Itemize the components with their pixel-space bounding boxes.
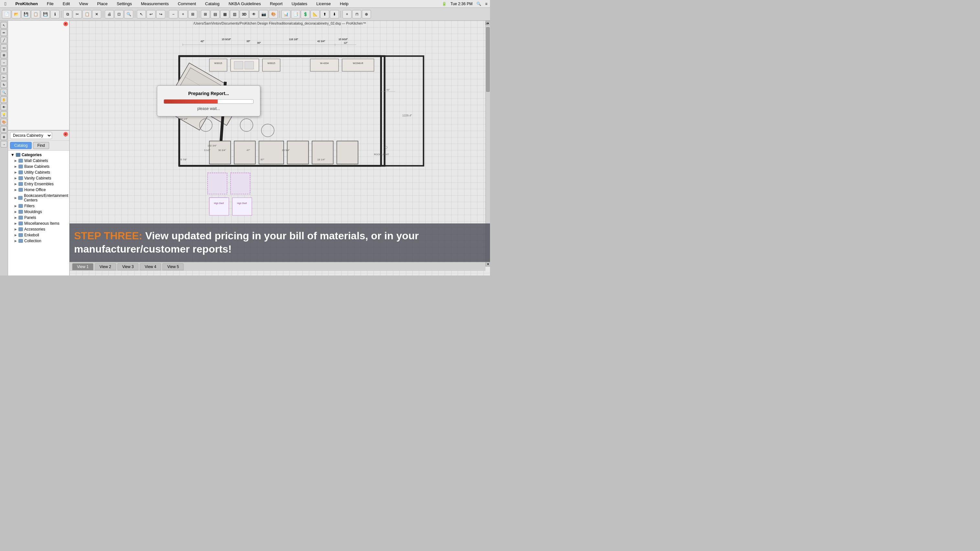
scroll-down-btn[interactable]: ▼ <box>486 262 490 267</box>
copy-btn[interactable]: ⧉ <box>63 10 72 18</box>
view-tab-3[interactable]: View 3 <box>118 263 139 270</box>
print-btn[interactable]: 🖨 <box>105 10 114 18</box>
tree-item-utility-cabinets[interactable]: ▶ Utility Cabinets <box>10 170 68 175</box>
zoom-fit-btn[interactable]: ⊡ <box>115 10 124 18</box>
categories-label: Categories <box>22 152 42 157</box>
tree-item-fillers[interactable]: ▶ Fillers <box>10 203 68 209</box>
spec-btn[interactable]: 📊 <box>282 10 290 18</box>
file-menu[interactable]: File <box>45 1 56 7</box>
import-btn[interactable]: ⬇ <box>330 10 339 18</box>
tree-item-vanity-cabinets[interactable]: ▶ Vanity Cabinets <box>10 175 68 181</box>
render-btn[interactable]: 🎨 <box>269 10 278 18</box>
report-menu[interactable]: Report <box>268 1 285 7</box>
view-tab-2[interactable]: View 2 <box>95 263 116 270</box>
edit-menu[interactable]: Edit <box>61 1 72 7</box>
zoom-out-btn[interactable]: − <box>169 10 178 18</box>
find-tab[interactable]: Find <box>33 142 49 149</box>
help-menu[interactable]: Help <box>338 1 351 7</box>
tool-snap[interactable]: ⊕ <box>1 133 7 140</box>
tool-measure[interactable]: ↔ <box>1 59 7 66</box>
bom-btn[interactable]: 📑 <box>291 10 300 18</box>
settings-menu[interactable]: Settings <box>115 1 134 7</box>
catalog-dropdown[interactable]: Decora Cabinetry <box>10 132 52 139</box>
walk-btn[interactable]: 👁 <box>249 10 258 18</box>
tree-item-entry-ensembles[interactable]: ▶ Entry Ensembles <box>10 181 68 187</box>
tool-select[interactable]: ↖ <box>1 22 7 29</box>
tool-cabinet[interactable]: ⊞ <box>1 52 7 58</box>
preview-close-btn[interactable]: ✕ <box>64 22 68 26</box>
plan-btn[interactable]: ▦ <box>220 10 229 18</box>
tree-item-bookcases[interactable]: ▶ Bookcases/Entertainment Centers <box>10 193 68 203</box>
measurements-menu[interactable]: Measurements <box>139 1 171 7</box>
tool-text[interactable]: T <box>1 67 7 73</box>
export-btn[interactable]: ⬆ <box>320 10 329 18</box>
elev-btn[interactable]: ▥ <box>230 10 239 18</box>
zoom-fit2-btn[interactable]: ⊞ <box>188 10 197 18</box>
canvas-close-btn[interactable]: ✕ <box>485 21 488 26</box>
price-btn[interactable]: 💲 <box>301 10 310 18</box>
search-icon[interactable]: 🔍 <box>476 2 481 6</box>
menu-icon[interactable]: ≡ <box>485 2 487 6</box>
v-scroll-thumb[interactable] <box>486 27 490 92</box>
view-tab-4[interactable]: View 4 <box>140 263 161 270</box>
tool-dims[interactable]: ⊢ <box>1 74 7 81</box>
save-as-btn[interactable]: 📋 <box>31 10 40 18</box>
dims-btn[interactable]: 📐 <box>310 10 320 18</box>
cam-btn[interactable]: 📷 <box>259 10 268 18</box>
tree-item-base-cabinets[interactable]: ▶ Base Cabinets <box>10 164 68 170</box>
save-btn[interactable]: 💾 <box>21 10 30 18</box>
tool-grid[interactable]: ⊞ <box>1 126 7 133</box>
tool-arrow[interactable]: → <box>1 141 7 148</box>
comment-menu[interactable]: Comment <box>176 1 198 7</box>
redo-btn[interactable]: ↪ <box>156 10 165 18</box>
undo-btn[interactable]: ↩ <box>146 10 156 18</box>
zoom-in-btn[interactable]: + <box>178 10 188 18</box>
tree-item-collection[interactable]: ▶ Collection <box>10 238 68 244</box>
snap-btn[interactable]: ⊕ <box>362 10 371 18</box>
paste-btn[interactable]: 📋 <box>83 10 92 18</box>
tool-color[interactable]: 🎨 <box>1 119 7 125</box>
delete-btn[interactable]: ✕ <box>92 10 101 18</box>
plus-btn[interactable]: + <box>342 10 352 18</box>
place-menu[interactable]: Place <box>95 1 110 7</box>
tool-rotate[interactable]: ↻ <box>1 81 7 88</box>
wall-btn[interactable]: ⊓ <box>352 10 361 18</box>
catalog-tab[interactable]: Catalog <box>10 142 32 149</box>
cursor-btn[interactable]: ↖ <box>137 10 146 18</box>
nkba-menu[interactable]: NKBA Guidelines <box>227 1 263 7</box>
layout-btn[interactable]: ▤ <box>210 10 220 18</box>
tool-light[interactable]: 💡 <box>1 111 7 118</box>
updates-menu[interactable]: Updates <box>290 1 309 7</box>
categories-header[interactable]: ▼ Categories <box>10 152 68 158</box>
new-btn[interactable]: 📄 <box>2 10 11 18</box>
tree-item-wall-cabinets[interactable]: ▶ Wall Cabinets <box>10 158 68 164</box>
catalog-menu[interactable]: Catalog <box>203 1 221 7</box>
license-menu[interactable]: License <box>314 1 333 7</box>
tool-eye[interactable]: 👁 <box>1 104 7 110</box>
tool-line[interactable]: ╱ <box>1 37 7 43</box>
catalog-close-btn[interactable]: ✕ <box>64 132 68 137</box>
tree-item-mouldings[interactable]: ▶ Mouldings <box>10 209 68 215</box>
cut-btn[interactable]: ✂ <box>73 10 82 18</box>
save-btn2[interactable]: 💾 <box>41 10 50 18</box>
app-name-menu[interactable]: ProKitchen <box>13 1 40 7</box>
tree-item-misc[interactable]: ▶ Miscellaneous Items <box>10 221 68 226</box>
tree-item-home-office[interactable]: ▶ Home Office <box>10 187 68 193</box>
tree-item-panels[interactable]: ▶ Panels <box>10 215 68 221</box>
tool-zoom[interactable]: 🔍 <box>1 89 7 95</box>
view-tab-5[interactable]: View 5 <box>162 263 184 270</box>
tool-pencil[interactable]: ✏ <box>1 29 7 36</box>
info-btn[interactable]: ℹ <box>51 10 59 18</box>
design-canvas[interactable]: 30" 12" 42" 15 9/16" 35" 116 1/8" 42 3/4… <box>70 21 490 275</box>
apple-menu[interactable]:  <box>3 0 8 7</box>
tool-pan[interactable]: ✋ <box>1 96 7 103</box>
open-btn[interactable]: 📂 <box>12 10 21 18</box>
tree-item-enkeboll[interactable]: ▶ Enkeboll <box>10 232 68 238</box>
view-tab-1[interactable]: View 1 <box>72 263 94 270</box>
grid-btn[interactable]: ⊞ <box>201 10 210 18</box>
view-menu[interactable]: View <box>77 1 90 7</box>
zoom-btn2[interactable]: 🔍 <box>124 10 133 18</box>
tool-wall[interactable]: ▭ <box>1 44 7 51</box>
3d-btn[interactable]: 3D <box>240 10 249 18</box>
tree-item-accessories[interactable]: ▶ Accessories <box>10 226 68 232</box>
